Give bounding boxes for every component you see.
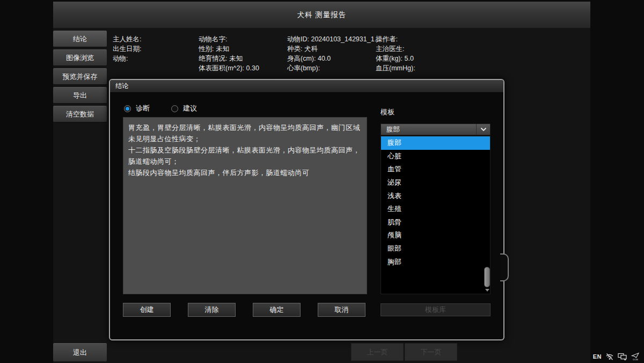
list-item-chest[interactable]: 胸部 <box>381 255 490 268</box>
sidebar-item-export[interactable]: 导出 <box>53 87 107 104</box>
list-item-abdomen[interactable]: 腹部 <box>381 136 490 150</box>
svg-text:DCM: DCM <box>633 358 638 361</box>
confirm-button[interactable]: 确定 <box>253 303 301 317</box>
next-page-button[interactable]: 下一页 <box>405 343 457 361</box>
info-column-owner: 主人姓名: 出生日期: 动物: <box>113 34 141 63</box>
info-field: 体重(kg): 5.0 <box>376 54 415 63</box>
list-item-cranial[interactable]: 颅脑 <box>381 229 490 242</box>
list-item-eye[interactable]: 眼部 <box>381 242 490 256</box>
radio-selected-icon <box>124 105 131 112</box>
info-column-animal: 动物名字: 性别: 未知 绝育情况: 未知 体表面积(m^2): 0.30 <box>199 34 259 73</box>
dialog-titlebar[interactable]: 结论 <box>110 80 503 93</box>
prev-page-button[interactable]: 上一页 <box>351 343 404 361</box>
app-window: 犬科 测量报告 结论 图像浏览 预览并保存 导出 清空数据 退出 主人姓名: 出… <box>0 0 644 363</box>
template-dropdown[interactable]: 腹部 <box>380 124 491 135</box>
template-options-list: 腹部 心脏 血管 泌尿 浅表 生殖 肌骨 颅脑 眼部 胸部 <box>380 136 491 294</box>
sidebar-item-preview-save[interactable]: 预览并保存 <box>53 68 107 85</box>
dual-display-icon <box>618 353 627 360</box>
sidebar-item-image-browse[interactable]: 图像浏览 <box>53 49 107 66</box>
exit-button[interactable]: 退出 <box>53 343 107 361</box>
radio-unselected-icon <box>171 105 178 112</box>
info-field: 主治医生: <box>376 44 415 54</box>
radio-suggestion-label: 建议 <box>183 104 197 113</box>
sidebar-item-clear-data[interactable]: 清空数据 <box>53 106 107 122</box>
clear-button[interactable]: 清除 <box>188 303 236 317</box>
window-titlebar: 犬科 测量报告 <box>53 2 590 28</box>
report-type-radios: 诊断 建议 <box>124 104 197 113</box>
radio-diagnosis[interactable]: 诊断 <box>124 104 150 113</box>
sidebar-item-conclusion[interactable]: 结论 <box>53 31 107 47</box>
info-field: 出生日期: <box>113 44 141 54</box>
template-library-button[interactable]: 模板库 <box>380 303 491 316</box>
radio-suggestion[interactable]: 建议 <box>171 104 197 113</box>
info-field: 性别: 未知 <box>199 44 259 54</box>
info-column-id: 动物ID: 20240103_142931_1… 种类: 犬科 身高(cm): … <box>287 34 381 73</box>
list-item-vessel[interactable]: 血管 <box>381 163 490 176</box>
info-column-operator: 操作者: 主治医生: 体重(kg): 5.0 血压(mmHg): <box>376 34 415 73</box>
drawer-handle[interactable] <box>500 253 509 281</box>
radio-diagnosis-label: 诊断 <box>136 104 150 113</box>
info-field: 动物名字: <box>199 34 259 44</box>
conclusion-dialog: 结论 诊断 建议 胃充盈，胃壁分层清晰，粘膜表面光滑，内容物呈均质高回声，幽门区… <box>109 79 504 340</box>
list-item-musculoskeletal[interactable]: 肌骨 <box>381 216 490 229</box>
scrollbar-thumb[interactable] <box>484 267 490 287</box>
info-field: 动物ID: 20240103_142931_1… <box>287 34 381 44</box>
info-field: 绝育情况: 未知 <box>199 54 259 63</box>
template-dropdown-value: 腹部 <box>381 125 476 134</box>
create-button[interactable]: 创建 <box>123 303 171 317</box>
info-field: 操作者: <box>376 34 415 44</box>
dialog-title: 结论 <box>115 82 128 91</box>
page-title: 犬科 测量报告 <box>297 10 347 20</box>
info-field: 种类: 犬科 <box>287 44 381 54</box>
dicom-icon: DCM <box>631 352 640 360</box>
list-item-superficial[interactable]: 浅表 <box>381 189 490 202</box>
scrollbar-down-arrow-icon[interactable] <box>485 289 489 292</box>
info-field: 身高(cm): 40.0 <box>287 54 381 63</box>
list-item-heart[interactable]: 心脏 <box>381 150 490 163</box>
language-indicator[interactable]: EN <box>593 353 602 360</box>
list-item-urinary[interactable]: 泌尿 <box>381 176 490 190</box>
status-bar: EN DCM <box>593 352 640 360</box>
info-field: 主人姓名: <box>113 34 141 44</box>
cancel-button[interactable]: 取消 <box>318 303 365 317</box>
chevron-down-icon[interactable] <box>476 124 490 135</box>
template-label: 模板 <box>380 107 394 117</box>
info-field: 体表面积(m^2): 0.30 <box>199 63 259 73</box>
info-field: 心率(bmp): <box>287 63 381 73</box>
info-field: 血压(mmHg): <box>376 63 415 73</box>
info-field: 动物: <box>113 54 141 63</box>
diagnosis-textarea[interactable]: 胃充盈，胃壁分层清晰，粘膜表面光滑，内容物呈均质高回声，幽门区域未见明显占位性病… <box>123 117 367 294</box>
list-item-reproductive[interactable]: 生殖 <box>381 202 490 216</box>
wifi-off-icon <box>605 353 614 360</box>
